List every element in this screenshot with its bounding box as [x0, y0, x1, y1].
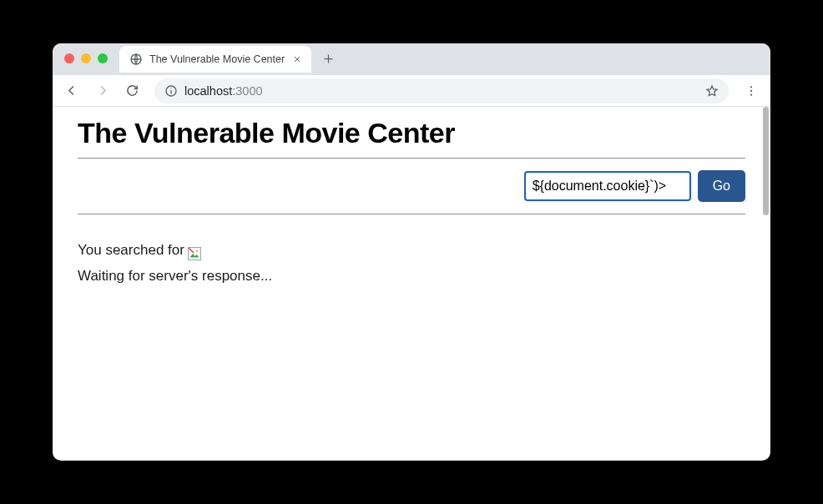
- page-title: The Vulnerable Movie Center: [78, 117, 745, 149]
- searched-for-prefix: You searched for: [78, 238, 184, 264]
- search-input[interactable]: [524, 171, 691, 201]
- maximize-window-button[interactable]: [98, 53, 108, 63]
- back-button[interactable]: [59, 78, 84, 103]
- forward-button[interactable]: [89, 78, 114, 103]
- window-controls: [64, 53, 108, 63]
- go-button[interactable]: Go: [698, 170, 745, 202]
- search-row: Go: [78, 159, 745, 214]
- broken-image-icon: [188, 244, 201, 257]
- browser-tab[interactable]: The Vulnerable Movie Center: [119, 46, 311, 73]
- waiting-text: Waiting for server's response...: [78, 264, 745, 290]
- close-tab-button[interactable]: [291, 53, 303, 65]
- close-window-button[interactable]: [64, 53, 74, 63]
- browser-toolbar: localhost:3000: [53, 75, 770, 107]
- url-text: localhost:3000: [184, 84, 699, 98]
- svg-point-6: [750, 93, 752, 95]
- divider: [78, 214, 745, 214]
- url-host: localhost: [184, 84, 232, 98]
- scrollbar[interactable]: [763, 107, 769, 215]
- browser-titlebar: The Vulnerable Movie Center: [53, 43, 770, 75]
- svg-point-5: [750, 89, 752, 91]
- site-info-icon[interactable]: [164, 84, 178, 98]
- new-tab-button[interactable]: [316, 47, 340, 70]
- page-content: The Vulnerable Movie Center Go You searc…: [53, 107, 770, 305]
- browser-window: The Vulnerable Movie Center: [53, 43, 770, 461]
- svg-point-4: [750, 86, 752, 88]
- searched-for-line: You searched for: [78, 238, 745, 264]
- minimize-window-button[interactable]: [81, 53, 91, 63]
- svg-point-9: [196, 250, 199, 253]
- browser-menu-button[interactable]: [739, 78, 764, 103]
- globe-icon: [129, 53, 143, 66]
- tab-title: The Vulnerable Movie Center: [149, 53, 285, 65]
- url-port: :3000: [232, 84, 262, 98]
- results-area: You searched for Waiting for server's re…: [78, 238, 745, 289]
- svg-point-3: [170, 88, 171, 88]
- reload-button[interactable]: [119, 78, 144, 103]
- tab-row: The Vulnerable Movie Center: [119, 43, 340, 75]
- address-bar[interactable]: localhost:3000: [154, 78, 729, 103]
- page-viewport: The Vulnerable Movie Center Go You searc…: [53, 107, 770, 461]
- bookmark-star-icon[interactable]: [705, 84, 719, 98]
